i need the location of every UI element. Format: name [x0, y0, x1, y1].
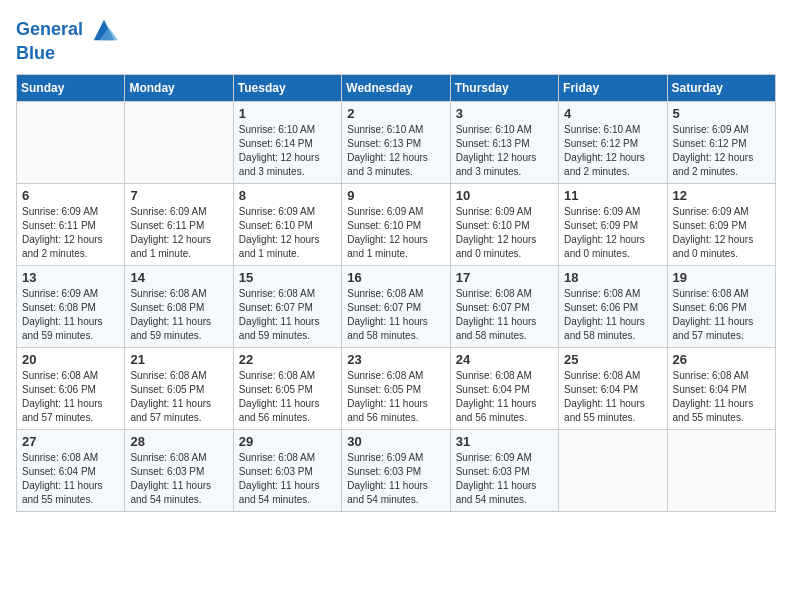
calendar-cell: 27Sunrise: 6:08 AM Sunset: 6:04 PM Dayli…: [17, 429, 125, 511]
day-number: 21: [130, 352, 227, 367]
calendar-cell: 31Sunrise: 6:09 AM Sunset: 6:03 PM Dayli…: [450, 429, 558, 511]
day-number: 31: [456, 434, 553, 449]
week-row-1: 1Sunrise: 6:10 AM Sunset: 6:14 PM Daylig…: [17, 101, 776, 183]
week-row-5: 27Sunrise: 6:08 AM Sunset: 6:04 PM Dayli…: [17, 429, 776, 511]
calendar-cell: 11Sunrise: 6:09 AM Sunset: 6:09 PM Dayli…: [559, 183, 667, 265]
day-detail: Sunrise: 6:08 AM Sunset: 6:04 PM Dayligh…: [22, 451, 119, 507]
day-detail: Sunrise: 6:08 AM Sunset: 6:06 PM Dayligh…: [564, 287, 661, 343]
calendar-cell: [559, 429, 667, 511]
day-number: 24: [456, 352, 553, 367]
day-number: 22: [239, 352, 336, 367]
day-number: 5: [673, 106, 770, 121]
day-number: 4: [564, 106, 661, 121]
logo: General Blue: [16, 16, 118, 64]
week-row-3: 13Sunrise: 6:09 AM Sunset: 6:08 PM Dayli…: [17, 265, 776, 347]
calendar-header-row: SundayMondayTuesdayWednesdayThursdayFrid…: [17, 74, 776, 101]
day-number: 15: [239, 270, 336, 285]
day-detail: Sunrise: 6:09 AM Sunset: 6:09 PM Dayligh…: [564, 205, 661, 261]
calendar-cell: 19Sunrise: 6:08 AM Sunset: 6:06 PM Dayli…: [667, 265, 775, 347]
day-detail: Sunrise: 6:09 AM Sunset: 6:11 PM Dayligh…: [130, 205, 227, 261]
week-row-2: 6Sunrise: 6:09 AM Sunset: 6:11 PM Daylig…: [17, 183, 776, 265]
day-detail: Sunrise: 6:08 AM Sunset: 6:04 PM Dayligh…: [673, 369, 770, 425]
day-detail: Sunrise: 6:10 AM Sunset: 6:14 PM Dayligh…: [239, 123, 336, 179]
calendar-cell: 3Sunrise: 6:10 AM Sunset: 6:13 PM Daylig…: [450, 101, 558, 183]
calendar-cell: [17, 101, 125, 183]
day-detail: Sunrise: 6:09 AM Sunset: 6:03 PM Dayligh…: [456, 451, 553, 507]
calendar-cell: 2Sunrise: 6:10 AM Sunset: 6:13 PM Daylig…: [342, 101, 450, 183]
day-number: 16: [347, 270, 444, 285]
calendar-cell: 6Sunrise: 6:09 AM Sunset: 6:11 PM Daylig…: [17, 183, 125, 265]
day-detail: Sunrise: 6:08 AM Sunset: 6:04 PM Dayligh…: [456, 369, 553, 425]
day-number: 18: [564, 270, 661, 285]
calendar-cell: 8Sunrise: 6:09 AM Sunset: 6:10 PM Daylig…: [233, 183, 341, 265]
day-number: 7: [130, 188, 227, 203]
day-detail: Sunrise: 6:09 AM Sunset: 6:10 PM Dayligh…: [456, 205, 553, 261]
day-detail: Sunrise: 6:09 AM Sunset: 6:11 PM Dayligh…: [22, 205, 119, 261]
logo-blue: Blue: [16, 44, 118, 64]
day-number: 25: [564, 352, 661, 367]
day-detail: Sunrise: 6:08 AM Sunset: 6:06 PM Dayligh…: [673, 287, 770, 343]
calendar-cell: 5Sunrise: 6:09 AM Sunset: 6:12 PM Daylig…: [667, 101, 775, 183]
calendar-cell: 25Sunrise: 6:08 AM Sunset: 6:04 PM Dayli…: [559, 347, 667, 429]
calendar-cell: 4Sunrise: 6:10 AM Sunset: 6:12 PM Daylig…: [559, 101, 667, 183]
day-header-monday: Monday: [125, 74, 233, 101]
calendar-cell: 18Sunrise: 6:08 AM Sunset: 6:06 PM Dayli…: [559, 265, 667, 347]
day-header-friday: Friday: [559, 74, 667, 101]
calendar-cell: 20Sunrise: 6:08 AM Sunset: 6:06 PM Dayli…: [17, 347, 125, 429]
calendar-cell: 9Sunrise: 6:09 AM Sunset: 6:10 PM Daylig…: [342, 183, 450, 265]
calendar-cell: 22Sunrise: 6:08 AM Sunset: 6:05 PM Dayli…: [233, 347, 341, 429]
calendar-cell: 24Sunrise: 6:08 AM Sunset: 6:04 PM Dayli…: [450, 347, 558, 429]
calendar-cell: 14Sunrise: 6:08 AM Sunset: 6:08 PM Dayli…: [125, 265, 233, 347]
day-detail: Sunrise: 6:09 AM Sunset: 6:09 PM Dayligh…: [673, 205, 770, 261]
day-number: 6: [22, 188, 119, 203]
day-detail: Sunrise: 6:08 AM Sunset: 6:07 PM Dayligh…: [347, 287, 444, 343]
logo-icon: [90, 16, 118, 44]
logo-text: General: [16, 16, 118, 44]
day-detail: Sunrise: 6:08 AM Sunset: 6:05 PM Dayligh…: [347, 369, 444, 425]
day-detail: Sunrise: 6:08 AM Sunset: 6:04 PM Dayligh…: [564, 369, 661, 425]
day-detail: Sunrise: 6:08 AM Sunset: 6:07 PM Dayligh…: [239, 287, 336, 343]
day-number: 27: [22, 434, 119, 449]
day-detail: Sunrise: 6:08 AM Sunset: 6:08 PM Dayligh…: [130, 287, 227, 343]
day-detail: Sunrise: 6:10 AM Sunset: 6:12 PM Dayligh…: [564, 123, 661, 179]
day-detail: Sunrise: 6:08 AM Sunset: 6:03 PM Dayligh…: [239, 451, 336, 507]
calendar-cell: 30Sunrise: 6:09 AM Sunset: 6:03 PM Dayli…: [342, 429, 450, 511]
day-detail: Sunrise: 6:08 AM Sunset: 6:06 PM Dayligh…: [22, 369, 119, 425]
calendar-cell: 12Sunrise: 6:09 AM Sunset: 6:09 PM Dayli…: [667, 183, 775, 265]
calendar-cell: 28Sunrise: 6:08 AM Sunset: 6:03 PM Dayli…: [125, 429, 233, 511]
day-detail: Sunrise: 6:09 AM Sunset: 6:12 PM Dayligh…: [673, 123, 770, 179]
day-header-sunday: Sunday: [17, 74, 125, 101]
day-number: 2: [347, 106, 444, 121]
calendar-cell: 26Sunrise: 6:08 AM Sunset: 6:04 PM Dayli…: [667, 347, 775, 429]
calendar-cell: 1Sunrise: 6:10 AM Sunset: 6:14 PM Daylig…: [233, 101, 341, 183]
day-number: 29: [239, 434, 336, 449]
day-header-tuesday: Tuesday: [233, 74, 341, 101]
day-number: 11: [564, 188, 661, 203]
day-detail: Sunrise: 6:09 AM Sunset: 6:08 PM Dayligh…: [22, 287, 119, 343]
day-detail: Sunrise: 6:09 AM Sunset: 6:10 PM Dayligh…: [239, 205, 336, 261]
day-number: 12: [673, 188, 770, 203]
day-header-thursday: Thursday: [450, 74, 558, 101]
page-header: General Blue: [16, 16, 776, 64]
day-detail: Sunrise: 6:08 AM Sunset: 6:05 PM Dayligh…: [239, 369, 336, 425]
day-detail: Sunrise: 6:10 AM Sunset: 6:13 PM Dayligh…: [347, 123, 444, 179]
day-number: 23: [347, 352, 444, 367]
day-detail: Sunrise: 6:08 AM Sunset: 6:03 PM Dayligh…: [130, 451, 227, 507]
calendar-cell: 7Sunrise: 6:09 AM Sunset: 6:11 PM Daylig…: [125, 183, 233, 265]
calendar-cell: 17Sunrise: 6:08 AM Sunset: 6:07 PM Dayli…: [450, 265, 558, 347]
day-header-saturday: Saturday: [667, 74, 775, 101]
calendar-cell: 16Sunrise: 6:08 AM Sunset: 6:07 PM Dayli…: [342, 265, 450, 347]
calendar-cell: [667, 429, 775, 511]
day-number: 28: [130, 434, 227, 449]
calendar-table: SundayMondayTuesdayWednesdayThursdayFrid…: [16, 74, 776, 512]
day-number: 8: [239, 188, 336, 203]
calendar-cell: 15Sunrise: 6:08 AM Sunset: 6:07 PM Dayli…: [233, 265, 341, 347]
calendar-cell: 29Sunrise: 6:08 AM Sunset: 6:03 PM Dayli…: [233, 429, 341, 511]
day-number: 9: [347, 188, 444, 203]
day-number: 19: [673, 270, 770, 285]
day-number: 17: [456, 270, 553, 285]
day-number: 20: [22, 352, 119, 367]
day-number: 14: [130, 270, 227, 285]
day-detail: Sunrise: 6:08 AM Sunset: 6:05 PM Dayligh…: [130, 369, 227, 425]
week-row-4: 20Sunrise: 6:08 AM Sunset: 6:06 PM Dayli…: [17, 347, 776, 429]
